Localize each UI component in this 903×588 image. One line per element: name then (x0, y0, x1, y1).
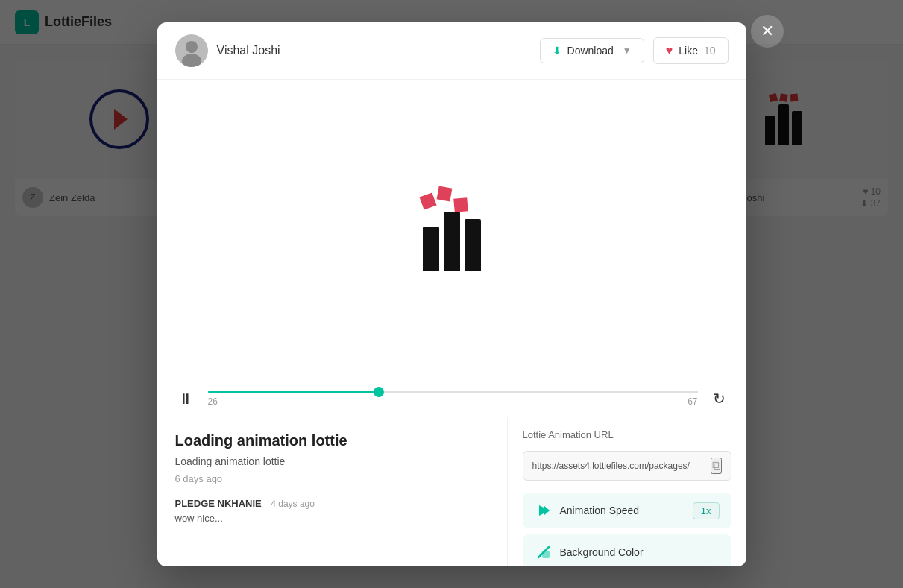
like-count: 10 (704, 45, 716, 57)
progress-bar-container: 26 67 (208, 391, 698, 407)
modal-username: Vishal Joshi (217, 44, 280, 57)
modal-bottom: Loading animation lottie Loading animati… (157, 417, 746, 566)
bgcolor-label: Background Color (560, 546, 644, 558)
bgcolor-label-group: Background Color (535, 543, 644, 561)
animation-info: Loading animation lottie Loading animati… (157, 417, 508, 566)
comment-header: PLEDGE NKHANIE 4 days ago (175, 496, 489, 510)
comment-time: 4 days ago (271, 499, 315, 509)
confetti-1 (419, 192, 436, 209)
confetti-2 (436, 186, 452, 201)
progress-end: 67 (688, 396, 697, 407)
copy-icon: ⧉ (712, 459, 720, 472)
progress-track[interactable] (208, 391, 698, 393)
speed-icon (535, 502, 553, 519)
heart-icon: ♥ (666, 44, 673, 57)
animation-title: Loading animation lottie (175, 432, 489, 449)
modal-actions: ⬇ Download ▼ ♥ Like 10 (540, 37, 729, 64)
dropdown-arrow-icon: ▼ (623, 45, 632, 56)
like-label: Like (679, 45, 698, 57)
replay-button[interactable]: ↻ (710, 387, 729, 411)
progress-thumb[interactable] (374, 387, 384, 397)
close-button[interactable]: ✕ (751, 15, 784, 48)
url-input-row: https://assets4.lottiefiles.com/packages… (523, 451, 731, 481)
modal-wrapper: ✕ Vishal Joshi ⬇ (157, 22, 746, 566)
url-text: https://assets4.lottiefiles.com/packages… (532, 461, 705, 471)
progress-fill (208, 391, 380, 393)
close-icon: ✕ (761, 22, 774, 41)
background-color-row[interactable]: Background Color (523, 534, 731, 566)
bar-2 (444, 212, 460, 271)
svg-rect-5 (542, 551, 550, 558)
svg-point-1 (186, 41, 198, 53)
speed-label: Animation Speed (560, 505, 640, 516)
animation-settings: Lottie Animation URL https://assets4.lot… (508, 417, 746, 566)
modal-avatar (175, 34, 208, 67)
url-label: Lottie Animation URL (523, 429, 731, 440)
copy-url-button[interactable]: ⧉ (711, 458, 722, 474)
pause-icon: ⏸ (178, 391, 193, 408)
comment-username: PLEDGE NKHANIE (175, 498, 262, 509)
animation-speed-row[interactable]: Animation Speed 1x (523, 493, 731, 528)
comment-section: PLEDGE NKHANIE 4 days ago wow nice... (175, 496, 489, 524)
playback-controls: ⏸ 26 67 ↻ (157, 378, 746, 417)
animation-description: Loading animation lottie (175, 455, 489, 467)
animation-modal: Vishal Joshi ⬇ Download ▼ ♥ Like 10 (157, 22, 746, 566)
lottie-animation (423, 187, 481, 271)
bar-3 (465, 219, 481, 271)
bgcolor-icon (535, 543, 553, 561)
svg-marker-4 (544, 505, 550, 516)
animation-date: 6 days ago (175, 473, 489, 484)
modal-overlay: ✕ Vishal Joshi ⬇ (0, 0, 903, 588)
animation-preview (157, 80, 746, 378)
pause-button[interactable]: ⏸ (175, 388, 196, 411)
download-button[interactable]: ⬇ Download ▼ (540, 38, 644, 63)
loading-bars (423, 212, 481, 271)
bar-1 (423, 227, 439, 271)
speed-value[interactable]: 1x (693, 502, 720, 519)
comment-text: wow nice... (175, 513, 489, 524)
confetti-3 (453, 197, 468, 212)
progress-start: 26 (208, 396, 218, 407)
modal-user-info: Vishal Joshi (175, 34, 280, 67)
progress-labels: 26 67 (208, 396, 698, 407)
replay-icon: ↻ (713, 390, 726, 408)
like-button[interactable]: ♥ Like 10 (653, 37, 729, 64)
download-icon: ⬇ (553, 45, 561, 57)
modal-header: Vishal Joshi ⬇ Download ▼ ♥ Like 10 (157, 22, 746, 80)
download-label: Download (567, 45, 614, 57)
speed-label-group: Animation Speed (535, 502, 640, 519)
